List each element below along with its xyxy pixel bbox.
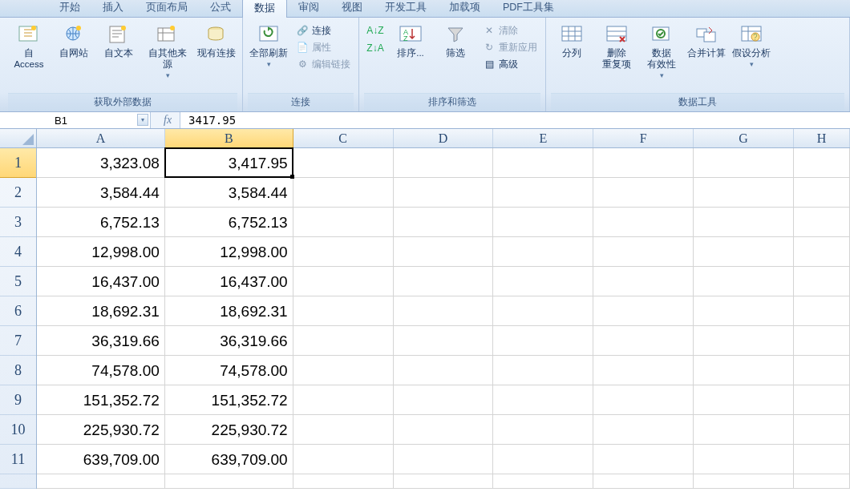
cell-D7[interactable] — [394, 326, 494, 356]
cell-F5[interactable] — [593, 267, 694, 296]
properties-button[interactable]: 📄 属性 — [293, 39, 354, 55]
tool-btn-2[interactable]: 数据 有效性▾ — [641, 21, 682, 78]
cell-H3[interactable] — [794, 208, 850, 237]
ribbon-tab-2[interactable]: 页面布局 — [135, 0, 199, 17]
cell-F6[interactable] — [593, 296, 694, 326]
cell-A5[interactable]: 16,437.00 — [37, 267, 165, 296]
cell-G4[interactable] — [694, 237, 794, 267]
cell-F10[interactable] — [593, 415, 694, 445]
cell-A3[interactable]: 6,752.13 — [37, 208, 165, 237]
cell-A10[interactable]: 225,930.72 — [37, 415, 165, 445]
formula-input[interactable]: 3417.95 — [180, 112, 850, 128]
cell-F9[interactable] — [593, 385, 694, 415]
col-header-A[interactable]: A — [37, 129, 165, 147]
clear-filter-button[interactable]: ✕ 清除 — [480, 22, 540, 38]
cell-A1[interactable]: 3,323.08 — [37, 148, 165, 178]
cell-E11[interactable] — [493, 445, 593, 474]
cell-E1[interactable] — [493, 148, 593, 178]
cell-D11[interactable] — [394, 445, 494, 474]
cell-H8[interactable] — [794, 356, 850, 385]
cell-empty[interactable] — [694, 474, 794, 489]
cell-F3[interactable] — [593, 208, 694, 237]
col-header-B[interactable]: B — [165, 129, 293, 147]
sort-desc-button[interactable]: Z↓A — [366, 40, 385, 56]
cell-empty[interactable] — [293, 474, 394, 489]
advanced-filter-button[interactable]: ▤ 高级 — [480, 56, 540, 72]
cell-grid[interactable]: 3,323.083,417.953,584.443,584.446,752.13… — [37, 148, 850, 489]
cell-F8[interactable] — [593, 356, 694, 385]
cell-D2[interactable] — [394, 178, 494, 208]
cell-H10[interactable] — [794, 415, 850, 445]
fx-icon[interactable]: fx — [164, 114, 172, 127]
reapply-button[interactable]: ↻ 重新应用 — [480, 39, 540, 55]
cell-empty[interactable] — [593, 474, 694, 489]
sort-asc-button[interactable]: A↓Z — [366, 22, 385, 38]
name-box[interactable]: B1 ▾ — [0, 112, 151, 128]
cell-H7[interactable] — [794, 326, 850, 356]
cell-D4[interactable] — [394, 237, 494, 267]
row-header-1[interactable]: 1 — [0, 148, 36, 178]
cell-A2[interactable]: 3,584.44 — [37, 178, 165, 208]
col-header-F[interactable]: F — [593, 129, 694, 147]
cell-B7[interactable]: 36,319.66 — [165, 326, 293, 356]
ext-btn-3[interactable]: 自其他来源▾ — [143, 21, 192, 78]
cell-D6[interactable] — [394, 296, 494, 326]
ribbon-tab-8[interactable]: 加载项 — [438, 0, 492, 17]
row-header-12[interactable] — [0, 474, 36, 489]
cell-D1[interactable] — [394, 148, 494, 178]
cell-empty[interactable] — [794, 474, 850, 489]
cell-E9[interactable] — [493, 385, 593, 415]
refresh-all-button[interactable]: 全部刷新 ▾ — [248, 21, 289, 67]
col-header-H[interactable]: H — [794, 129, 850, 147]
cell-E2[interactable] — [493, 178, 593, 208]
cell-F11[interactable] — [593, 445, 694, 474]
select-all-corner[interactable] — [0, 129, 37, 148]
ribbon-tab-1[interactable]: 插入 — [91, 0, 135, 17]
cell-B2[interactable]: 3,584.44 — [165, 178, 293, 208]
cell-E8[interactable] — [493, 356, 593, 385]
cell-B6[interactable]: 18,692.31 — [165, 296, 293, 326]
cell-A6[interactable]: 18,692.31 — [37, 296, 165, 326]
cell-C9[interactable] — [293, 385, 394, 415]
cell-E10[interactable] — [493, 415, 593, 445]
col-header-C[interactable]: C — [293, 129, 394, 147]
cell-D9[interactable] — [394, 385, 494, 415]
cell-F2[interactable] — [593, 178, 694, 208]
cell-D5[interactable] — [394, 267, 494, 296]
cell-B9[interactable]: 151,352.72 — [165, 385, 293, 415]
cell-E7[interactable] — [493, 326, 593, 356]
row-header-7[interactable]: 7 — [0, 326, 36, 356]
cell-empty[interactable] — [493, 474, 593, 489]
ribbon-tab-5[interactable]: 审阅 — [287, 0, 330, 17]
ribbon-tab-9[interactable]: PDF工具集 — [492, 0, 565, 17]
cell-C10[interactable] — [293, 415, 394, 445]
ribbon-tab-7[interactable]: 开发工具 — [374, 0, 438, 17]
cell-H6[interactable] — [794, 296, 850, 326]
ribbon-tab-0[interactable]: 开始 — [48, 0, 91, 17]
cell-G2[interactable] — [694, 178, 794, 208]
cell-E6[interactable] — [493, 296, 593, 326]
cell-C1[interactable] — [293, 148, 394, 178]
cell-D8[interactable] — [394, 356, 494, 385]
tool-btn-3[interactable]: 合并计算 — [686, 21, 727, 59]
sort-button[interactable]: AZ 排序... — [390, 21, 431, 59]
cell-G5[interactable] — [694, 267, 794, 296]
cell-H4[interactable] — [794, 237, 850, 267]
cell-A8[interactable]: 74,578.00 — [37, 356, 165, 385]
cell-G6[interactable] — [694, 296, 794, 326]
edit-links-button[interactable]: ⚙ 编辑链接 — [293, 56, 354, 72]
cell-B1[interactable]: 3,417.95 — [165, 148, 293, 178]
row-header-10[interactable]: 10 — [0, 415, 36, 445]
cell-C5[interactable] — [293, 267, 394, 296]
cell-empty[interactable] — [37, 474, 165, 489]
cell-B5[interactable]: 16,437.00 — [165, 267, 293, 296]
cell-H1[interactable] — [794, 148, 850, 178]
cell-G8[interactable] — [694, 356, 794, 385]
filter-button[interactable]: 筛选 — [435, 21, 476, 59]
cell-G3[interactable] — [694, 208, 794, 237]
cell-H5[interactable] — [794, 267, 850, 296]
cell-B8[interactable]: 74,578.00 — [165, 356, 293, 385]
cell-C6[interactable] — [293, 296, 394, 326]
cell-G7[interactable] — [694, 326, 794, 356]
connections-button[interactable]: 🔗 连接 — [293, 22, 354, 38]
